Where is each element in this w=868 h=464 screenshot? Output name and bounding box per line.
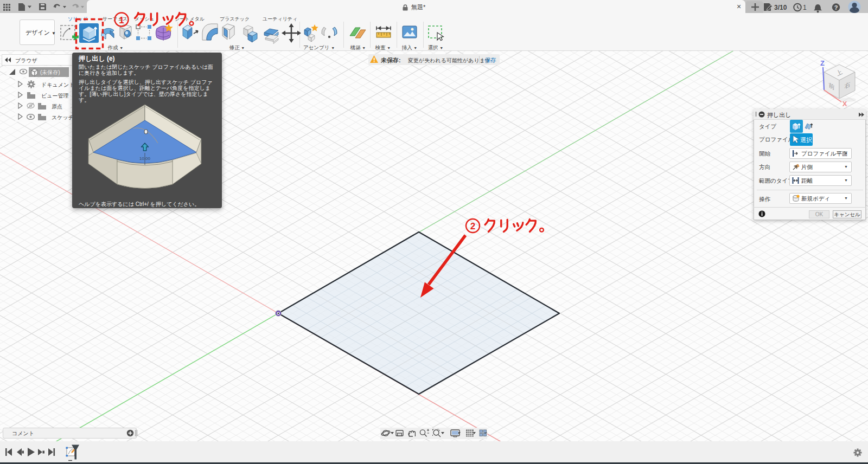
svg-text:1: 1 bbox=[119, 15, 124, 25]
svg-text:1: 1 bbox=[803, 4, 807, 11]
svg-text:10.00: 10.00 bbox=[139, 156, 151, 161]
svg-text:3/10: 3/10 bbox=[774, 4, 787, 11]
svg-text:Z: Z bbox=[820, 59, 825, 67]
svg-text:?: ? bbox=[834, 4, 838, 11]
svg-text:X: X bbox=[843, 100, 847, 108]
svg-text:2: 2 bbox=[470, 221, 475, 231]
